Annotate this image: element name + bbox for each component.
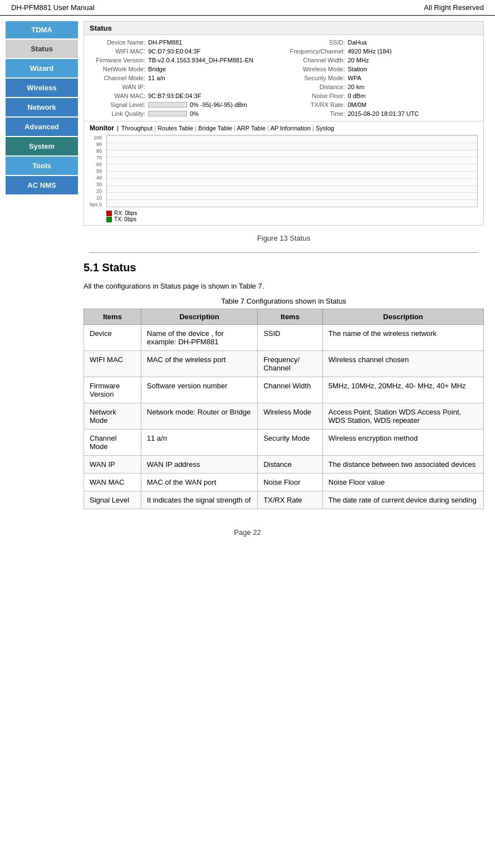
body-text: All the configurations in Status page is… bbox=[84, 282, 484, 290]
status-field-label: Distance: bbox=[290, 84, 348, 90]
grid-line bbox=[107, 157, 477, 157]
monitor-link-syslog[interactable]: Syslog bbox=[316, 125, 334, 131]
y-axis-label: 100 bbox=[90, 135, 102, 140]
table-cell-item1: WAN MAC bbox=[84, 474, 141, 491]
y-axis-label: 80 bbox=[90, 148, 102, 154]
grid-line bbox=[107, 143, 477, 143]
table-cell-desc1: Network mode: Router or Bridge bbox=[141, 403, 257, 430]
y-axis-label: 40 bbox=[90, 175, 102, 181]
sidebar-item-system[interactable]: System bbox=[6, 137, 78, 155]
table-cell-item2: Distance bbox=[258, 456, 323, 474]
table-header-cell: Description bbox=[322, 309, 483, 325]
status-field-label: WIFI MAC: bbox=[90, 48, 148, 55]
table-cell-item2: Noise Floor bbox=[258, 474, 323, 491]
sidebar-item-wireless[interactable]: Wireless bbox=[6, 79, 78, 97]
status-field-label: NetWork Mode: bbox=[90, 66, 148, 72]
legend-color bbox=[106, 211, 112, 216]
status-field-label: Time: bbox=[290, 110, 348, 117]
monitor-link-arp-table[interactable]: ARP Table bbox=[237, 125, 266, 131]
y-axis-label: 90 bbox=[90, 142, 102, 147]
status-field: Link Quality: 0% bbox=[90, 109, 278, 118]
table-cell-item2: Wireless Mode bbox=[258, 403, 323, 430]
monitor-links: Throughput | Routes Table | Bridge Table… bbox=[121, 125, 334, 131]
table-row: Signal LevelIt indicates the signal stre… bbox=[84, 491, 484, 509]
status-field-value: 9C:D7:93:E0:04:3F bbox=[148, 48, 200, 55]
status-field: WAN IP: bbox=[90, 82, 278, 91]
status-field: TX/RX Rate:0M/0M bbox=[290, 100, 478, 109]
table-cell-desc2: Noise Floor value bbox=[322, 474, 483, 491]
status-field-label: WAN IP: bbox=[90, 84, 148, 90]
table-row: Channel Mode11 a/nSecurity ModeWireless … bbox=[84, 430, 484, 456]
grid-line bbox=[107, 178, 477, 179]
page-header: DH-PFM881 User Manual All Right Reserved bbox=[0, 0, 495, 16]
status-field-label: Security Mode: bbox=[290, 75, 348, 81]
table-cell-item2: Security Mode bbox=[258, 430, 323, 456]
table-caption: Table 7 Configurations shown in Status bbox=[84, 297, 484, 305]
table-row: Network ModeNetwork mode: Router or Brid… bbox=[84, 403, 484, 430]
status-panel: Status Device Name:DH-PFM881WIFI MAC:9C:… bbox=[84, 21, 484, 226]
sidebar-item-status[interactable]: Status bbox=[6, 40, 78, 58]
status-left-col: Device Name:DH-PFM881WIFI MAC:9C:D7:93:E… bbox=[90, 38, 278, 118]
monitor-header: Monitor | Throughput | Routes Table | Br… bbox=[90, 124, 478, 132]
status-field: WIFI MAC:9C:D7:93:E0:04:3F bbox=[90, 47, 278, 56]
sidebar-item-advanced[interactable]: Advanced bbox=[6, 118, 78, 136]
status-field-value: 9C:B7:93:DE:04:3F bbox=[148, 92, 201, 99]
table-cell-desc2: The name of the wireless network bbox=[322, 325, 483, 351]
table-cell-desc1: It indicates the signal strength of bbox=[141, 491, 257, 509]
monitor-link-routes-table[interactable]: Routes Table bbox=[158, 125, 193, 131]
grid-line bbox=[107, 150, 477, 150]
status-field-label: Noise Floor: bbox=[290, 92, 348, 99]
status-field-label: TX/RX Rate: bbox=[290, 101, 348, 108]
status-field-value: Station bbox=[348, 66, 367, 72]
status-field-label: Channel Mode: bbox=[90, 75, 148, 81]
figure-caption: Figure 13 Status bbox=[84, 234, 484, 242]
status-field-label: Frequency/Channel: bbox=[290, 48, 348, 55]
table-cell-desc2: The date rate of current device during s… bbox=[322, 491, 483, 509]
monitor-link-sep: | bbox=[153, 125, 158, 131]
status-field-value: 2015-08-20 18:01:37 UTC bbox=[348, 110, 419, 117]
chart-grid-lines bbox=[107, 135, 477, 207]
sidebar-item-network[interactable]: Network bbox=[6, 98, 78, 116]
status-field-value: DaHua bbox=[348, 39, 367, 46]
grid-line bbox=[107, 135, 477, 136]
grid-line bbox=[107, 164, 477, 164]
status-field: Wireless Mode:Station bbox=[290, 65, 478, 74]
sidebar-item-tools[interactable]: Tools bbox=[6, 157, 78, 175]
status-field: Distance:20 km bbox=[290, 82, 478, 91]
status-field-value: 0M/0M bbox=[348, 101, 367, 108]
grid-line bbox=[107, 171, 477, 172]
table-cell-item1: Network Mode bbox=[84, 403, 141, 430]
table-cell-desc2: Wireless encryption method bbox=[322, 430, 483, 456]
table-cell-item2: Frequency/ Channel bbox=[258, 351, 323, 377]
status-field: Signal Level: 0% -95(-96/-95) dBm bbox=[90, 100, 278, 109]
sidebar-item-ac-nms[interactable]: AC NMS bbox=[6, 176, 78, 194]
status-field-label: Signal Level: bbox=[90, 101, 148, 108]
status-fields: Device Name:DH-PFM881WIFI MAC:9C:D7:93:E… bbox=[84, 35, 483, 121]
table-header-cell: Items bbox=[84, 309, 141, 325]
status-field: Firmware Version:TB-v2.0.4.1563.9344_DH-… bbox=[90, 56, 278, 65]
monitor-link-sep: | bbox=[193, 125, 198, 131]
table-header-cell: Items bbox=[258, 309, 323, 325]
table-cell-item1: Firmware Version bbox=[84, 377, 141, 403]
monitor-link-bridge-table[interactable]: Bridge Table bbox=[198, 125, 232, 131]
sidebar-item-wizard[interactable]: Wizard bbox=[6, 59, 78, 77]
page-footer: Page 22 bbox=[0, 523, 495, 542]
table-row: WIFI MACMAC of the wireless portFrequenc… bbox=[84, 351, 484, 377]
status-field: Noise Floor:0 dBm bbox=[290, 91, 478, 100]
status-field-label: SSID: bbox=[290, 39, 348, 46]
status-field: WAN MAC:9C:B7:93:DE:04:3F bbox=[90, 91, 278, 100]
y-axis-label: bps 0 bbox=[90, 202, 102, 207]
status-field: Frequency/Channel:4920 MHz (184) bbox=[290, 47, 478, 56]
monitor-link-throughput[interactable]: Throughput bbox=[121, 125, 153, 131]
grid-line bbox=[107, 186, 477, 186]
status-field-label: Channel Width: bbox=[290, 57, 348, 64]
status-field-label: Link Quality: bbox=[90, 110, 148, 117]
status-field-value: TB-v2.0.4.1563.9344_DH-PFM881-EN bbox=[148, 57, 253, 64]
config-table: ItemsDescriptionItemsDescription DeviceN… bbox=[84, 309, 484, 509]
y-axis-label: 20 bbox=[90, 188, 102, 194]
monitor-link-ap-information[interactable]: AP Information bbox=[270, 125, 311, 131]
sidebar-items: StatusWizardWirelessNetworkAdvancedSyste… bbox=[6, 40, 78, 194]
legend-color bbox=[106, 217, 112, 222]
chart-container: 100908070605040302010bps 0 bbox=[90, 135, 478, 222]
table-cell-item2: Channel Width bbox=[258, 377, 323, 403]
